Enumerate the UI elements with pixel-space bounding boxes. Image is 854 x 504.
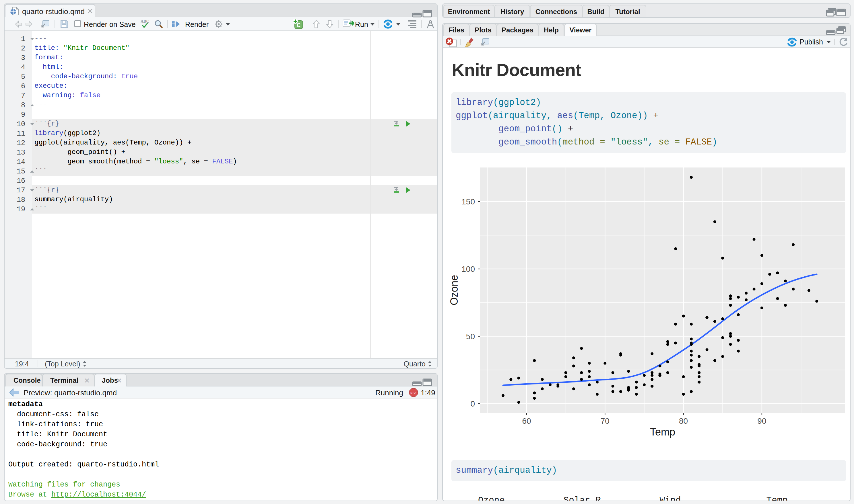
svg-text:C: C bbox=[297, 22, 300, 29]
svg-text:0: 0 bbox=[470, 399, 475, 408]
svg-text:150: 150 bbox=[461, 197, 475, 206]
svg-text:100: 100 bbox=[461, 265, 475, 273]
svg-text:80: 80 bbox=[679, 417, 688, 426]
svg-text:Ozone: Ozone bbox=[448, 275, 460, 305]
svg-text:STOP: STOP bbox=[411, 391, 417, 394]
svg-text:70: 70 bbox=[600, 417, 610, 426]
svg-text:ABC: ABC bbox=[141, 19, 149, 23]
svg-text:60: 60 bbox=[522, 417, 531, 426]
svg-text:90: 90 bbox=[757, 417, 766, 426]
svg-text:50: 50 bbox=[466, 332, 475, 341]
svg-text:Temp: Temp bbox=[650, 426, 675, 438]
